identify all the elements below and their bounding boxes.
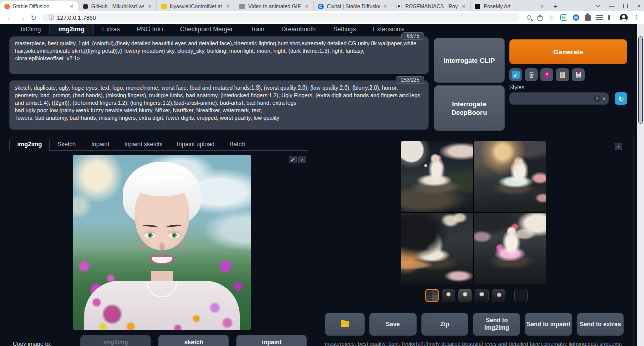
browser-tab-gif-converter[interactable]: Video to animated GIF converter ×: [235, 1, 314, 11]
mode-tab-inpaint[interactable]: Inpaint: [84, 138, 117, 150]
mode-tab-inpaint-upload[interactable]: Inpaint upload: [169, 138, 222, 150]
profile-avatar[interactable]: [620, 14, 628, 22]
window-controls: — ×: [596, 0, 641, 11]
mode-tab-img2img[interactable]: img2img: [9, 138, 50, 151]
save-style-button[interactable]: [572, 68, 585, 81]
tab-close-icon[interactable]: ×: [383, 3, 388, 9]
window-minimize-button[interactable]: —: [609, 3, 614, 9]
negative-prompt-input[interactable]: sketch, duplicate, ugly, huge eyes, text…: [10, 81, 428, 129]
apply-style-button[interactable]: [556, 68, 569, 81]
thumbnail-5[interactable]: [492, 289, 505, 302]
forward-icon[interactable]: →: [16, 14, 27, 22]
browser-tab-posemyart[interactable]: PoseMy.Art ×: [471, 1, 549, 11]
tab-close-icon[interactable]: ×: [147, 3, 152, 9]
tab-settings[interactable]: Settings: [325, 24, 364, 35]
share-icon[interactable]: [537, 14, 543, 21]
tab-close-icon[interactable]: ×: [304, 3, 309, 9]
tab-train[interactable]: Train: [242, 24, 273, 35]
browser-tab-civitai[interactable]: C Civitai | Stable Diffusion model ×: [314, 1, 392, 11]
send-to-img2img-button[interactable]: Send to img2img: [473, 313, 520, 336]
tab-img2img[interactable]: img2img: [49, 24, 93, 35]
reading-list-icon[interactable]: [596, 15, 603, 20]
browser-tab-github[interactable]: GitHub - Mikubill/sd-webui-co ×: [78, 1, 157, 11]
tab-close-icon[interactable]: ×: [461, 3, 466, 9]
arrow-send-icon: ↙: [512, 71, 520, 79]
prompt-panel: 69/75 masterpiece, best quality, 1girl, …: [9, 36, 429, 74]
tab-title: Civitai | Stable Diffusion model: [327, 3, 380, 9]
folder-icon: [341, 321, 349, 327]
thumbnail-2[interactable]: [442, 289, 455, 302]
thumbnail-6[interactable]: [514, 289, 528, 302]
clear-prompt-button[interactable]: [525, 68, 538, 81]
save-button[interactable]: Save: [369, 313, 417, 336]
copy-to-sketch-button[interactable]: sketch: [158, 335, 229, 346]
open-folder-button[interactable]: [325, 313, 365, 336]
reload-icon[interactable]: ↻: [28, 14, 39, 22]
stable-diffusion-favicon: [4, 4, 10, 9]
zoom-icon[interactable]: [527, 15, 531, 20]
mode-tab-sketch[interactable]: Sketch: [50, 138, 84, 150]
browser-tab-controlnet[interactable]: Illyasviel/ControlNet at main ×: [157, 1, 235, 11]
browser-menu-icon[interactable]: ⋮: [633, 14, 640, 21]
new-tab-button[interactable]: +: [549, 1, 561, 11]
generation-info-text: masterpiece, best quality, 1girl, (color…: [325, 341, 622, 346]
copy-to-inpaint-button[interactable]: inpaint: [236, 335, 307, 346]
styles-clear-icon[interactable]: ×: [593, 95, 601, 102]
prompt-input[interactable]: masterpiece, best quality, 1girl, (color…: [10, 37, 428, 74]
page-scrollbar[interactable]: [637, 24, 644, 346]
tab-png-info[interactable]: PNG Info: [128, 24, 171, 35]
tab-extras[interactable]: Extras: [94, 24, 128, 35]
read-params-button[interactable]: ↙: [509, 68, 522, 81]
tab-close-icon[interactable]: ×: [540, 3, 545, 9]
interrogate-deepbooru-button[interactable]: Interrogate DeepBooru: [434, 85, 505, 131]
interrogate-clip-button[interactable]: Interrogate CLIP: [434, 38, 505, 83]
extra-networks-card-icon: [544, 71, 550, 79]
mode-tab-batch[interactable]: Batch: [222, 138, 253, 150]
gallery-image-3[interactable]: [401, 213, 473, 284]
source-image-portrait[interactable]: [73, 155, 251, 330]
chevron-down-icon[interactable]: ▾: [603, 96, 605, 101]
thumbnail-3[interactable]: [458, 289, 472, 302]
side-panel-icon[interactable]: [608, 15, 614, 20]
generate-button[interactable]: Generate: [509, 39, 627, 64]
tab-close-icon[interactable]: ×: [226, 3, 231, 9]
bookmark-star-icon[interactable]: ☆: [549, 14, 555, 21]
address-bar[interactable]: ⓘ 127.0.0.1:7860: [42, 13, 520, 22]
copy-to-img2img-button[interactable]: img2img: [80, 335, 151, 346]
browser-tab-posemaniacs[interactable]: P POSEMANIACS - Royalty free 3 ×: [392, 1, 471, 11]
thumbnail-4[interactable]: [475, 289, 489, 302]
window-maximize-button[interactable]: [623, 4, 628, 8]
remove-image-button[interactable]: ×: [298, 156, 306, 163]
styles-dropdown[interactable]: × ▾: [509, 92, 609, 105]
blue-extension-icon[interactable]: [573, 14, 579, 21]
gallery-actions: Save Zip Send to img2img Send to inpaint…: [325, 313, 624, 336]
gallery-image-4[interactable]: [474, 213, 546, 284]
back-icon[interactable]: ←: [4, 14, 16, 22]
extensions-puzzle-icon[interactable]: [585, 15, 591, 21]
refresh-styles-button[interactable]: ↻: [615, 92, 627, 105]
site-info-icon[interactable]: ⓘ: [48, 14, 54, 21]
nose: [159, 242, 165, 251]
thumbnail-1-selected[interactable]: [425, 289, 439, 302]
tab-dreambooth[interactable]: Dreambooth: [273, 24, 325, 35]
zip-button[interactable]: Zip: [421, 313, 468, 336]
mode-tab-inpaint-sketch[interactable]: Inpaint sketch: [117, 138, 169, 150]
n-extension-icon[interactable]: N: [560, 14, 567, 21]
tab-txt2img[interactable]: txt2img: [12, 24, 49, 35]
tab-checkpoint-merger[interactable]: Checkpoint Merger: [172, 24, 242, 35]
gallery-image-1[interactable]: [401, 141, 473, 212]
tab-close-icon[interactable]: ×: [69, 3, 74, 9]
gallery-image-2[interactable]: [474, 141, 546, 212]
scrollbar-thumb[interactable]: [638, 36, 643, 124]
send-to-extras-button[interactable]: Send to extras: [577, 313, 624, 336]
tab-search-chevron-icon[interactable]: [596, 3, 601, 8]
extra-networks-button[interactable]: [540, 68, 553, 81]
gallery-close-button[interactable]: ×: [615, 143, 622, 150]
window-close-button[interactable]: ×: [637, 2, 641, 10]
eye-left: [144, 233, 156, 238]
send-to-inpaint-button[interactable]: Send to inpaint: [525, 313, 572, 336]
webui-page: txt2img img2img Extras PNG Info Checkpoi…: [0, 24, 637, 346]
edit-image-button[interactable]: [289, 156, 297, 163]
pencil-icon: [291, 157, 295, 162]
browser-tab-stable-diffusion[interactable]: Stable Diffusion ×: [0, 1, 78, 11]
